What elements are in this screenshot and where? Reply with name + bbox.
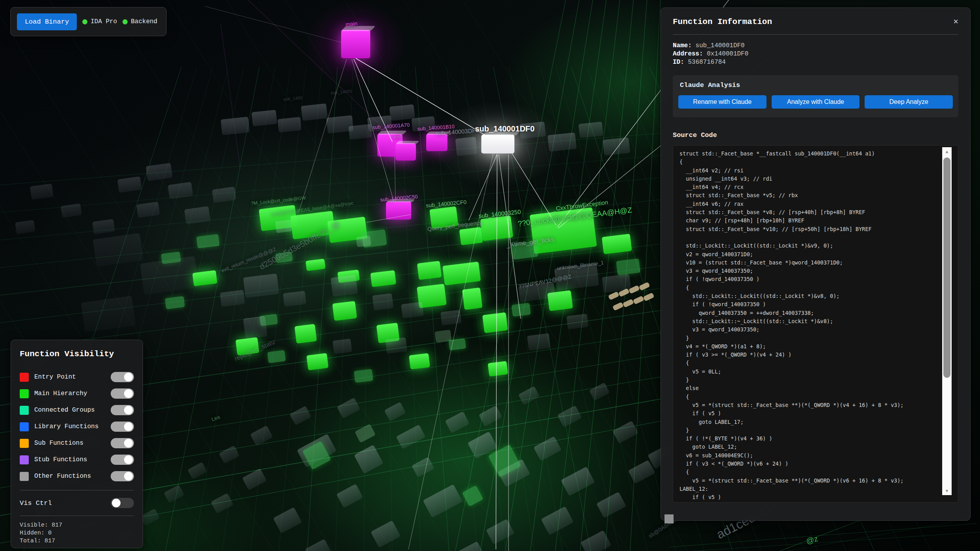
node-label: sub_140001A70	[372, 122, 410, 130]
connected-groups-toggle[interactable]	[111, 405, 134, 415]
toggle-knob	[112, 499, 121, 507]
node-label: sub_1400	[283, 95, 303, 102]
name-label: Name:	[673, 42, 692, 49]
resize-handle[interactable]	[664, 514, 674, 523]
node-label: exit	[393, 133, 402, 140]
divider	[673, 34, 958, 35]
code-scrollbar[interactable]: ▲ ▼	[942, 147, 952, 495]
total-count: Total: 817	[20, 537, 134, 545]
main-hierarchy-toggle[interactable]	[111, 388, 134, 399]
node-label: d2509b5d3e5b0ffc95_@	[258, 220, 342, 272]
toggle-knob	[124, 455, 133, 464]
backend-status-dot	[122, 19, 128, 24]
divider	[20, 516, 134, 516]
toggle-knob	[124, 373, 133, 381]
function-visibility-panel: Function Visibility Entry Point Main Hie…	[11, 340, 143, 548]
node-label: sub_140002C50	[380, 194, 418, 203]
legend-row-sub-functions: Sub Functions	[20, 435, 134, 451]
vis-ctrl-toggle[interactable]	[111, 498, 134, 508]
address-label: Address:	[673, 50, 703, 57]
load-binary-button[interactable]: Load Binary	[17, 13, 77, 30]
node-label: Query_perf_frequency	[427, 219, 482, 232]
node-label: sub_14000	[330, 89, 352, 95]
toggle-knob	[124, 422, 133, 431]
entry-point-swatch	[20, 373, 29, 382]
scroll-down-icon[interactable]: ▼	[942, 486, 952, 495]
source-code-title: Source Code	[673, 131, 958, 139]
sub-functions-toggle[interactable]	[111, 438, 134, 448]
divider	[20, 490, 134, 490]
function-name-row: Name: sub_140001DF0	[673, 42, 958, 50]
connected-groups-label: Connected Groups	[34, 407, 111, 414]
main-hierarchy-swatch	[20, 389, 29, 398]
legend-row-main-hierarchy: Main Hierarchy	[20, 385, 134, 402]
toggle-knob	[124, 406, 133, 414]
claude-analysis-box: Claude Analysis Rename with Claude Analy…	[673, 75, 958, 117]
source-code-container: struct std::_Facet_base *__fastcall sub_…	[673, 145, 958, 503]
toggle-knob	[124, 389, 133, 398]
legend-row-other-functions: Other Functions	[20, 468, 134, 484]
node-label: Lea	[211, 414, 221, 422]
node-label: sub_140002CF0	[426, 199, 467, 209]
library-functions-swatch	[20, 422, 29, 431]
id-value: 5368716784	[688, 59, 726, 66]
function-id-row: ID: 5368716784	[673, 58, 958, 67]
hidden-count: Hidden: 0	[20, 529, 134, 537]
visible-count: Visible: 817	[20, 521, 134, 529]
node-label: repo@e5_statu	[234, 338, 276, 362]
close-icon[interactable]: ×	[953, 17, 958, 26]
node-label: sub_140003250	[478, 208, 521, 219]
function-information-title: Function Information	[673, 17, 953, 26]
name-value: sub_140001DF0	[696, 42, 745, 49]
node-label: _Xtime_get_ticks	[506, 236, 555, 249]
backend-status-label: Backend	[131, 18, 157, 25]
entry-point-toggle[interactable]	[111, 372, 134, 382]
vis-ctrl-label: Vis Ctrl	[20, 499, 111, 507]
library-functions-label: Library Functions	[34, 423, 111, 430]
library-functions-toggle[interactable]	[111, 422, 134, 432]
connected-groups-swatch	[20, 406, 29, 415]
scroll-up-icon[interactable]: ▲	[942, 147, 952, 156]
scrollbar-thumb[interactable]	[943, 157, 950, 378]
source-code[interactable]: struct std::_Facet_base *__fastcall sub_…	[673, 146, 958, 503]
analyze-with-claude-button[interactable]: Analyze with Claude	[772, 95, 860, 109]
ida-pro-status-label: IDA Pro	[91, 18, 117, 25]
node-label: unknown_libname_1	[557, 260, 604, 271]
deep-analyze-button[interactable]: Deep Analyze	[865, 95, 953, 109]
rename-with-claude-button[interactable]: Rename with Claude	[678, 95, 767, 109]
other-functions-toggle[interactable]	[111, 471, 134, 481]
toggle-knob	[124, 472, 133, 481]
entry-point-label: Entry Point	[34, 373, 111, 381]
toggle-knob	[124, 439, 133, 447]
other-functions-swatch	[20, 472, 29, 481]
node-label: main	[345, 20, 358, 28]
function-information-panel: Function Information × Name: sub_140001D…	[661, 7, 971, 521]
claude-analysis-title: Claude Analysis	[678, 81, 953, 89]
visibility-stats: Visible: 817 Hidden: 0 Total: 817	[20, 521, 134, 545]
function-address-row: Address: 0x140001DF0	[673, 50, 958, 58]
stub-functions-swatch	[20, 455, 29, 464]
ida-pro-status-dot	[82, 19, 87, 24]
id-label: ID:	[673, 59, 684, 66]
node-label: ?M_Lock@crt_code@GW	[251, 195, 306, 206]
node-label: ??5NPEAV12@@@Z	[518, 273, 572, 290]
node-label: @z	[805, 534, 819, 546]
vis-ctrl-row: Vis Ctrl	[20, 496, 134, 510]
node-label: sub_140001DF0	[475, 124, 535, 133]
toolbar: Load Binary IDA Pro Backend	[10, 7, 167, 36]
ida-pro-status: IDA Pro	[82, 18, 117, 25]
sub-functions-swatch	[20, 439, 29, 448]
legend-row-entry-point: Entry Point	[20, 369, 134, 385]
legend-row-stub-functions: Stub Functions	[20, 451, 134, 468]
address-value: 0x140001DF0	[707, 50, 748, 57]
sub-functions-label: Sub Functions	[34, 440, 111, 447]
function-visibility-title: Function Visibility	[20, 349, 134, 359]
stub-functions-toggle[interactable]	[111, 455, 134, 465]
other-functions-label: Other Functions	[34, 473, 111, 480]
stub-functions-label: Stub Functions	[34, 456, 111, 463]
legend-row-library-functions: Library Functions	[20, 418, 134, 435]
backend-status: Backend	[122, 18, 157, 25]
main-hierarchy-label: Main Hierarchy	[34, 390, 111, 397]
legend-row-connected-groups: Connected Groups	[20, 402, 134, 418]
